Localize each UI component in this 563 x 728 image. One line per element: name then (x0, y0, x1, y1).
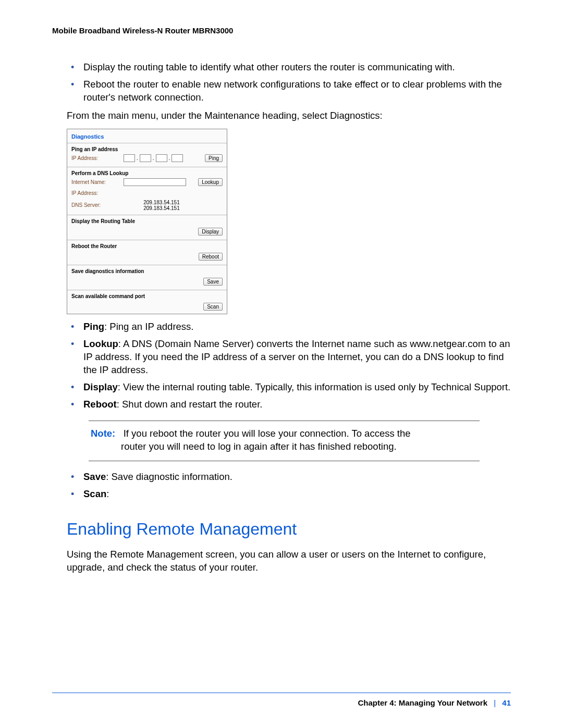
reboot-button[interactable]: Reboot (199, 253, 223, 261)
note-label: Note: (91, 428, 115, 439)
scan-section: Scan available command port (67, 291, 227, 302)
term-lookup: Lookup (83, 338, 118, 349)
list-item: Display the routing table to identify wh… (52, 61, 511, 74)
save-button[interactable]: Save (203, 278, 223, 286)
section-title: Save diagnostics information (71, 268, 223, 274)
text-reboot: : Shut down and restart the router. (117, 399, 263, 410)
diagnostics-panel: Diagnostics Ping an IP address IP Addres… (67, 129, 227, 314)
internet-name-row: Internet Name: Lookup (71, 178, 223, 187)
routing-section: Display the Routing Table (67, 216, 227, 227)
page-footer: Chapter 4: Managing Your Network | 41 (52, 693, 511, 707)
dns-server-2: 209.183.54.151 (143, 205, 180, 211)
list-item: Reboot the router to enable new network … (52, 78, 511, 104)
save-section: Save diagnostics information (67, 266, 227, 277)
intro-paragraph: From the main menu, under the Maintenanc… (67, 109, 511, 122)
list-item: Ping: Ping an IP address. (52, 320, 511, 334)
separator (67, 290, 227, 290)
display-button-row: Display (67, 227, 227, 239)
list-item: Reboot: Shut down and restart the router… (52, 398, 511, 411)
dns-server-row: DNS Server: 209.183.54.151 209.183.54.15… (71, 200, 223, 211)
dns-server-1: 209.183.54.151 (143, 200, 180, 205)
ping-button[interactable]: Ping (205, 154, 223, 162)
note-box: Note: If you reboot the router you will … (89, 421, 480, 461)
display-button[interactable]: Display (198, 228, 223, 236)
dns-ip-row: IP Address: (71, 189, 223, 198)
term-ping: Ping (83, 321, 104, 332)
ip-octet-input[interactable] (124, 154, 135, 162)
panel-title: Diagnostics (67, 129, 227, 142)
ip-octet-input[interactable] (140, 154, 151, 162)
lookup-button[interactable]: Lookup (198, 178, 223, 186)
text-lookup: : A DNS (Domain Name Server) converts th… (83, 338, 510, 375)
separator (67, 215, 227, 215)
text-scan: : (106, 488, 109, 499)
separator (67, 167, 227, 167)
dns-server-label: DNS Server: (71, 202, 124, 208)
term-display: Display (83, 381, 118, 392)
page-number: 41 (502, 698, 511, 707)
list-item: Display: View the internal routing table… (52, 381, 511, 394)
list-item: Save: Save diagnostic information. (52, 471, 511, 484)
term-reboot: Reboot (83, 399, 117, 410)
note-line1: If you reboot the router you will lose y… (118, 428, 410, 439)
note-line2: router you will need to log in again aft… (91, 440, 478, 453)
text-ping: : Ping an IP address. (104, 321, 193, 332)
section-title: Perform a DNS Lookup (71, 170, 223, 176)
top-bullet-list: Display the routing table to identify wh… (52, 61, 511, 104)
list-item: Lookup: A DNS (Domain Name Server) conve… (52, 338, 511, 377)
separator (67, 240, 227, 240)
reboot-button-row: Reboot (67, 252, 227, 264)
ping-section: Ping an IP address IP Address: . . . Pin… (67, 144, 227, 166)
section-title: Scan available command port (71, 293, 223, 299)
term-scan: Scan (83, 488, 106, 499)
list-item: Scan: (52, 488, 511, 501)
dns-ip-label: IP Address: (71, 190, 124, 196)
internet-name-value (124, 178, 198, 186)
section-heading: Enabling Remote Management (67, 520, 511, 539)
page-header: Mobile Broadband Wireless-N Router MBRN3… (52, 26, 511, 35)
dot: . (168, 155, 171, 161)
dot: . (152, 155, 155, 161)
scan-button[interactable]: Scan (203, 303, 223, 311)
ip-address-label: IP Address: (71, 155, 124, 161)
ip-address-inputs: . . . (124, 154, 205, 162)
ip-octet-input[interactable] (156, 154, 167, 162)
section-title: Reboot the Router (71, 243, 223, 249)
ip-address-row: IP Address: . . . Ping (71, 154, 223, 163)
chapter-label: Chapter 4: Managing Your Network (358, 698, 487, 707)
definition-list-2: Save: Save diagnostic information. Scan: (52, 471, 511, 501)
definition-list-1: Ping: Ping an IP address. Lookup: A DNS … (52, 320, 511, 411)
internet-name-label: Internet Name: (71, 179, 124, 185)
scan-button-row: Scan (67, 302, 227, 314)
dot: . (136, 155, 139, 161)
section-paragraph: Using the Remote Management screen, you … (67, 548, 511, 574)
ip-octet-input[interactable] (172, 154, 183, 162)
section-title: Ping an IP address (71, 146, 223, 152)
separator (67, 143, 227, 143)
reboot-section: Reboot the Router (67, 241, 227, 252)
separator (67, 265, 227, 265)
internet-name-input[interactable] (124, 178, 186, 186)
dns-server-value: 209.183.54.151 209.183.54.151 (124, 200, 200, 211)
footer-pipe: | (489, 698, 500, 707)
page: Mobile Broadband Wireless-N Router MBRN3… (0, 0, 563, 728)
save-button-row: Save (67, 277, 227, 289)
text-save: : Save diagnostic information. (106, 471, 232, 482)
text-display: : View the internal routing table. Typic… (118, 381, 510, 392)
section-title: Display the Routing Table (71, 218, 223, 224)
dns-section: Perform a DNS Lookup Internet Name: Look… (67, 168, 227, 214)
term-save: Save (83, 471, 106, 482)
diagnostics-panel-wrap: Diagnostics Ping an IP address IP Addres… (67, 129, 511, 314)
